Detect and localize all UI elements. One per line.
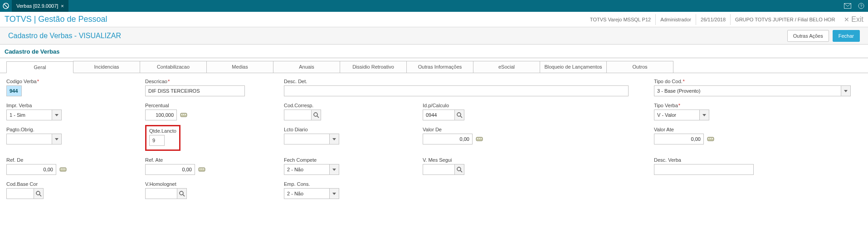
mail-icon[interactable] xyxy=(841,0,854,12)
svg-rect-19 xyxy=(710,138,711,139)
chevron-down-icon[interactable] xyxy=(52,134,62,144)
lcto-diario-combo[interactable] xyxy=(284,134,339,144)
label-valor-ate: Valor Ate xyxy=(654,127,862,132)
valor-de-input[interactable] xyxy=(423,134,473,144)
v-homolognet-combo[interactable] xyxy=(145,188,187,199)
pagto-obrig-combo[interactable] xyxy=(6,134,62,144)
impr-verba-input[interactable] xyxy=(6,110,52,120)
chevron-down-icon[interactable] xyxy=(52,110,62,120)
label-id-calculo: Id.p/Calculo xyxy=(423,103,654,108)
svg-rect-15 xyxy=(479,138,480,139)
svg-line-34 xyxy=(183,194,185,196)
svg-rect-27 xyxy=(201,169,202,169)
tipo-verba-combo[interactable] xyxy=(654,110,709,120)
exit-label: Exit xyxy=(851,15,863,24)
chevron-down-icon[interactable] xyxy=(329,164,339,175)
search-icon[interactable] xyxy=(454,164,464,175)
svg-point-11 xyxy=(457,113,461,116)
other-actions-button[interactable]: Outras Ações xyxy=(787,30,829,42)
row-1: Codigo Verba Descricao Desc. Det. Tipo d… xyxy=(6,79,862,96)
svg-rect-22 xyxy=(61,169,62,169)
chevron-down-icon[interactable] xyxy=(329,188,339,199)
ref-de-input[interactable] xyxy=(6,164,56,175)
page-header: Cadastro de Verbas - VISUALIZAR Outras A… xyxy=(0,27,868,45)
cod-base-cor-combo[interactable] xyxy=(6,188,44,199)
label-qtde-lancto: Qtde.Lancto xyxy=(149,128,176,134)
codigo-verba-input[interactable] xyxy=(6,85,22,96)
ref-ate-input[interactable] xyxy=(145,164,195,175)
tab-bloqueio[interactable]: Bloqueio de Lançamentos xyxy=(540,61,607,73)
tab-contabilizacao[interactable]: Contabilizacao xyxy=(140,61,207,73)
tab-outros[interactable]: Outros xyxy=(606,61,673,73)
label-v-homolognet: V.Homolognet xyxy=(145,181,284,187)
svg-rect-6 xyxy=(181,114,182,115)
tab-outras-info[interactable]: Outras Informações xyxy=(406,61,473,73)
valor-ate-input[interactable] xyxy=(654,134,704,144)
calculator-icon[interactable] xyxy=(197,164,207,174)
close-icon[interactable]: × xyxy=(61,3,63,9)
pagto-obrig-input[interactable] xyxy=(6,134,52,144)
qtde-lancto-input[interactable] xyxy=(149,135,165,146)
v-homolognet-input[interactable] xyxy=(145,188,177,199)
row-2: Impr. Verba Percentual Cod.Corresp. xyxy=(6,103,862,120)
env-user: Administrador xyxy=(655,14,696,25)
exit-button[interactable]: ✕ Exit xyxy=(839,15,863,24)
label-cod-base-cor: Cod.Base Cor xyxy=(6,181,145,187)
descricao-input[interactable] xyxy=(145,85,245,96)
help-icon[interactable]: ? xyxy=(854,0,868,12)
calculator-icon[interactable] xyxy=(58,164,68,174)
chevron-down-icon[interactable] xyxy=(699,110,709,120)
percentual-input[interactable] xyxy=(145,110,177,120)
svg-rect-23 xyxy=(63,169,63,169)
tab-incidencias[interactable]: Incidencias xyxy=(73,61,140,73)
label-fech-compete: Fech Compete xyxy=(284,157,423,163)
search-icon[interactable] xyxy=(311,110,321,120)
calculator-icon[interactable] xyxy=(706,134,716,144)
svg-rect-7 xyxy=(183,114,184,115)
desc-verba-input[interactable] xyxy=(654,164,754,175)
calculator-icon[interactable] xyxy=(179,110,189,120)
window-tab[interactable]: Verbas [02.9.0007] × xyxy=(12,0,68,12)
v-mes-segui-input[interactable] xyxy=(423,164,454,175)
emp-cons-combo[interactable] xyxy=(284,188,339,199)
tab-geral[interactable]: Geral xyxy=(6,61,73,73)
cod-corresp-combo[interactable] xyxy=(284,110,321,120)
tab-medias[interactable]: Medias xyxy=(206,61,273,73)
label-desc-det: Desc. Det. xyxy=(284,79,423,84)
percentual-field xyxy=(145,110,189,120)
emp-cons-input[interactable] xyxy=(284,188,329,199)
subbar: TOTVS | Gestão de Pessoal TOTVS Varejo M… xyxy=(0,12,868,27)
fech-compete-combo[interactable] xyxy=(284,164,339,175)
svg-rect-28 xyxy=(203,169,204,169)
label-desc-verba: Desc. Verba xyxy=(654,157,862,163)
close-button[interactable]: Fechar xyxy=(833,30,860,42)
app-icon xyxy=(0,0,12,12)
tab-esocial[interactable]: eSocial xyxy=(473,61,540,73)
product-title: TOTVS | Gestão de Pessoal xyxy=(5,15,107,24)
page-title: Cadastro de Verbas - VISUALIZAR xyxy=(8,32,121,40)
titlebar-spacer xyxy=(68,0,841,12)
tab-dissidio[interactable]: Dissidio Retroativo xyxy=(340,61,407,73)
label-impr-verba: Impr. Verba xyxy=(6,103,145,108)
tipo-cod-input[interactable] xyxy=(654,85,841,96)
cod-base-cor-input[interactable] xyxy=(6,188,34,199)
row-4: Ref. De Ref. Ate Fech Compete xyxy=(6,157,862,175)
calculator-icon[interactable] xyxy=(474,134,484,144)
id-calculo-input[interactable] xyxy=(423,110,454,120)
v-mes-segui-combo[interactable] xyxy=(423,164,464,175)
chevron-down-icon[interactable] xyxy=(329,134,339,144)
tab-anuais[interactable]: Anuais xyxy=(273,61,340,73)
fech-compete-input[interactable] xyxy=(284,164,329,175)
label-ref-de: Ref. De xyxy=(6,157,145,163)
impr-verba-combo[interactable] xyxy=(6,110,62,120)
tipo-cod-combo[interactable] xyxy=(654,85,851,96)
search-icon[interactable] xyxy=(34,188,44,199)
tabs: Geral Incidencias Contabilizacao Medias … xyxy=(0,61,868,73)
search-icon[interactable] xyxy=(454,110,464,120)
lcto-diario-input[interactable] xyxy=(284,134,329,144)
search-icon[interactable] xyxy=(177,188,187,199)
id-calculo-combo[interactable] xyxy=(423,110,464,120)
chevron-down-icon[interactable] xyxy=(841,85,851,96)
cod-corresp-input[interactable] xyxy=(284,110,311,120)
tipo-verba-input[interactable] xyxy=(654,110,699,120)
